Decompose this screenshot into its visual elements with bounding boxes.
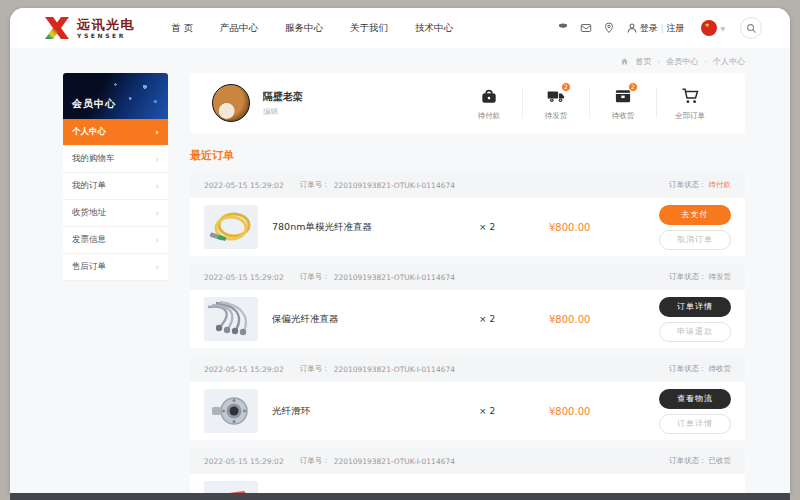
order-date: 2022-05-15 15:29:02 <box>204 365 284 374</box>
order-status-label: 订单状态： <box>669 180 707 190</box>
sidebar-item-personal-center[interactable]: 个人中心 › <box>63 119 168 146</box>
sidebar-item-invoice[interactable]: 发票信息 › <box>63 227 168 254</box>
sidebar-banner: 会员中心 <box>63 73 168 119</box>
nav-products[interactable]: 产品中心 <box>220 22 258 35</box>
breadcrumb: 首页 › 会员中心 › 个人中心 <box>10 48 790 73</box>
chevron-down-icon: ▼ <box>720 25 725 32</box>
order-card: 2022-05-15 15:29:02 订单号： 220109193821-OT… <box>190 356 745 440</box>
stat-label: 全部订单 <box>675 111 705 121</box>
stat-pending-shipment[interactable]: 2 待发货 <box>523 86 589 121</box>
order-status: 订单状态： 待收货 <box>669 364 731 374</box>
nav-services[interactable]: 服务中心 <box>285 22 323 35</box>
order-header: 2022-05-15 15:29:02 订单号： 220109193821-OT… <box>190 172 745 198</box>
login-divider: | <box>661 24 664 33</box>
order-header: 2022-05-15 15:29:02 订单号： 220109193821-OT… <box>190 264 745 290</box>
nav-about[interactable]: 关于我们 <box>350 22 388 35</box>
track-logistics-button[interactable]: 查看物流 <box>659 389 731 409</box>
avatar[interactable] <box>212 84 250 122</box>
order-status-label: 订单状态： <box>669 364 707 374</box>
order-status: 订单状态： 待发货 <box>669 272 731 282</box>
order-status-label: 订单状态： <box>669 272 707 282</box>
product-name[interactable]: 保偏光纤准直器 <box>272 313 479 326</box>
order-header: 2022-05-15 15:29:02 订单号： 220109193821-OT… <box>190 356 745 382</box>
user-name: 隔壁老栾 <box>263 90 303 104</box>
brand-name-en: YSENSER <box>77 33 135 39</box>
badge-count: 2 <box>628 82 638 92</box>
order-date: 2022-05-15 15:29:02 <box>204 181 284 190</box>
logo-x-icon <box>44 16 70 40</box>
search-icon <box>746 23 757 34</box>
sidebar-item-cart[interactable]: 我的购物车 › <box>63 146 168 173</box>
stat-pending-payment[interactable]: 待付款 <box>456 86 522 121</box>
order-status-value: 待收货 <box>709 364 732 374</box>
stat-all-orders[interactable]: 全部订单 <box>657 86 723 121</box>
product-image-fiber-slip-ring <box>204 389 258 433</box>
order-detail-button[interactable]: 订单详情 <box>659 414 731 434</box>
order-card: 2022-05-15 15:29:02 订单号： 220109193821-OT… <box>190 448 745 493</box>
chevron-right-icon: › <box>155 127 159 137</box>
sidebar-item-my-orders[interactable]: 我的订单 › <box>63 173 168 200</box>
product-quantity: × 2 <box>479 222 549 232</box>
product-price: ¥800.00 <box>549 314 659 325</box>
breadcrumb-member-center[interactable]: 会员中心 <box>666 56 698 67</box>
mail-icon[interactable] <box>580 22 592 34</box>
order-number: 220109193821-OTUK-I-0114674 <box>334 181 455 190</box>
stat-label: 待付款 <box>478 111 501 121</box>
profile-card: 隔壁老栾 编辑 待付款 <box>190 73 745 133</box>
product-name[interactable]: 780nm单模光纤准直器 <box>272 221 479 234</box>
edit-profile-link[interactable]: 编辑 <box>263 107 303 117</box>
sidebar-item-label: 售后订单 <box>72 261 106 273</box>
order-no-label: 订单号： <box>300 180 330 190</box>
login-link[interactable]: 登录 <box>640 22 658 35</box>
sidebar-item-label: 收货地址 <box>72 207 106 219</box>
breadcrumb-sep: › <box>657 58 660 66</box>
order-row: LED耦合光纤光源模块 × 2 ¥800.00 订单详情 <box>190 474 745 493</box>
chevron-right-icon: › <box>155 154 159 164</box>
location-icon[interactable] <box>603 22 615 34</box>
user-icon <box>626 22 638 34</box>
cancel-order-button[interactable]: 取消订单 <box>659 230 731 250</box>
stat-label: 待发货 <box>545 111 568 121</box>
recent-orders-title: 最近订单 <box>190 148 745 163</box>
refund-request-button[interactable]: 申请退款 <box>659 322 731 342</box>
order-status-value: 待发货 <box>709 272 732 282</box>
product-image-led-light-source <box>204 481 258 493</box>
nav-home[interactable]: 首 页 <box>171 22 193 35</box>
order-no-label: 订单号： <box>300 456 330 466</box>
phone-icon[interactable] <box>557 22 569 34</box>
order-row: 780nm单模光纤准直器 × 2 ¥800.00 去支付 取消订单 <box>190 198 745 256</box>
product-price: ¥800.00 <box>549 222 659 233</box>
cart-icon <box>680 86 700 106</box>
product-name[interactable]: 光纤滑环 <box>272 405 479 418</box>
order-number: 220109193821-OTUK-I-0114674 <box>334 273 455 282</box>
order-number: 220109193821-OTUK-I-0114674 <box>334 365 455 374</box>
order-card: 2022-05-15 15:29:02 订单号： 220109193821-OT… <box>190 172 745 256</box>
order-status: 订单状态： 已收货 <box>669 456 731 466</box>
sidebar-item-label: 个人中心 <box>72 126 106 138</box>
chevron-right-icon: › <box>155 208 159 218</box>
language-selector[interactable]: ★ ▼ <box>701 20 725 36</box>
stat-label: 待收货 <box>612 111 635 121</box>
search-button[interactable] <box>740 17 762 39</box>
nav-tech[interactable]: 技术中心 <box>415 22 453 35</box>
product-image-fiber-collimator <box>204 205 258 249</box>
order-header: 2022-05-15 15:29:02 订单号： 220109193821-OT… <box>190 448 745 474</box>
stat-pending-receipt[interactable]: 2 待收货 <box>590 86 656 121</box>
china-flag-icon: ★ <box>701 20 717 36</box>
order-status-value: 待付款 <box>709 180 732 190</box>
sidebar-item-after-sales[interactable]: 售后订单 › <box>63 254 168 281</box>
register-link[interactable]: 注册 <box>666 22 684 35</box>
top-navigation-bar: 远讯光电 YSENSER 首 页 产品中心 服务中心 关于我们 技术中心 <box>10 8 790 48</box>
chevron-right-icon: › <box>155 262 159 272</box>
brand-logo[interactable]: 远讯光电 YSENSER <box>44 16 135 40</box>
order-row: 光纤滑环 × 2 ¥800.00 查看物流 订单详情 <box>190 382 745 440</box>
sidebar-item-label: 发票信息 <box>72 234 106 246</box>
product-quantity: × 2 <box>479 314 549 324</box>
order-stats: 待付款 2 待发货 <box>456 86 723 121</box>
order-status: 订单状态： 待付款 <box>669 180 731 190</box>
pay-button[interactable]: 去支付 <box>659 205 731 225</box>
breadcrumb-home[interactable]: 首页 <box>635 56 651 67</box>
order-detail-button[interactable]: 订单详情 <box>659 297 731 317</box>
order-card: 2022-05-15 15:29:02 订单号： 220109193821-OT… <box>190 264 745 348</box>
sidebar-item-address[interactable]: 收货地址 › <box>63 200 168 227</box>
